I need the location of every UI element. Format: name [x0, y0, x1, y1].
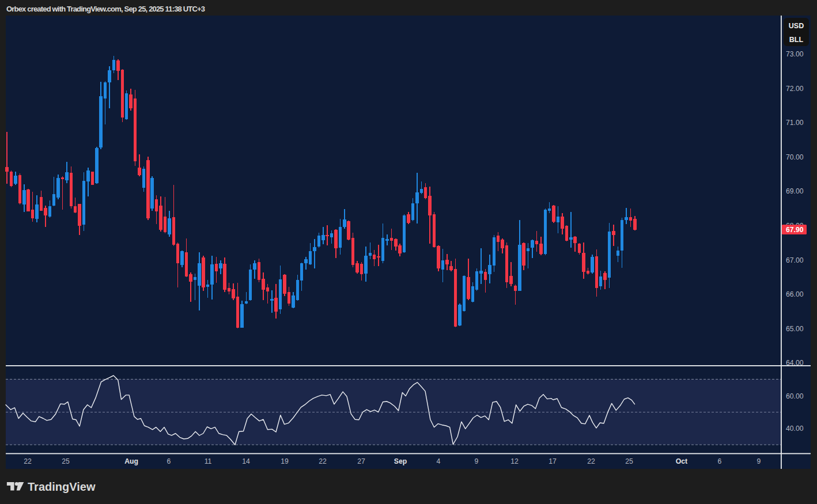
svg-text:BLL: BLL: [789, 36, 804, 44]
svg-text:19: 19: [281, 457, 289, 465]
svg-text:22: 22: [319, 457, 327, 465]
svg-text:67.00: 67.00: [786, 256, 804, 264]
svg-text:17: 17: [549, 457, 557, 465]
svg-text:70.00: 70.00: [786, 153, 804, 161]
svg-text:Aug: Aug: [124, 457, 138, 465]
svg-text:64.00: 64.00: [786, 359, 804, 367]
svg-text:14: 14: [242, 457, 250, 465]
svg-text:Orbex created with TradingView: Orbex created with TradingView.com, Sep …: [6, 5, 205, 13]
svg-text:TradingView: TradingView: [28, 480, 96, 493]
svg-text:67.90: 67.90: [786, 226, 804, 234]
svg-text:25: 25: [62, 457, 70, 465]
svg-text:40.00: 40.00: [786, 425, 804, 433]
svg-text:72.00: 72.00: [786, 85, 804, 93]
svg-text:27: 27: [357, 457, 365, 465]
svg-text:USD: USD: [789, 22, 804, 30]
svg-text:22: 22: [587, 457, 595, 465]
svg-text:60.00: 60.00: [786, 392, 804, 400]
svg-text:6: 6: [167, 457, 171, 465]
svg-text:73.00: 73.00: [786, 50, 804, 58]
svg-text:11: 11: [205, 457, 212, 465]
svg-text:Sep: Sep: [394, 457, 407, 465]
svg-text:9: 9: [757, 457, 761, 465]
svg-text:25: 25: [625, 457, 633, 465]
svg-text:12: 12: [510, 457, 519, 465]
svg-text:65.00: 65.00: [786, 325, 804, 333]
svg-text:6: 6: [718, 457, 722, 465]
svg-text:9: 9: [475, 457, 479, 465]
svg-text:66.00: 66.00: [786, 290, 804, 298]
svg-text:71.00: 71.00: [786, 119, 804, 127]
svg-text:69.00: 69.00: [786, 187, 804, 195]
svg-text:Oct: Oct: [676, 457, 687, 465]
svg-text:22: 22: [24, 457, 32, 465]
svg-text:4: 4: [437, 457, 441, 465]
